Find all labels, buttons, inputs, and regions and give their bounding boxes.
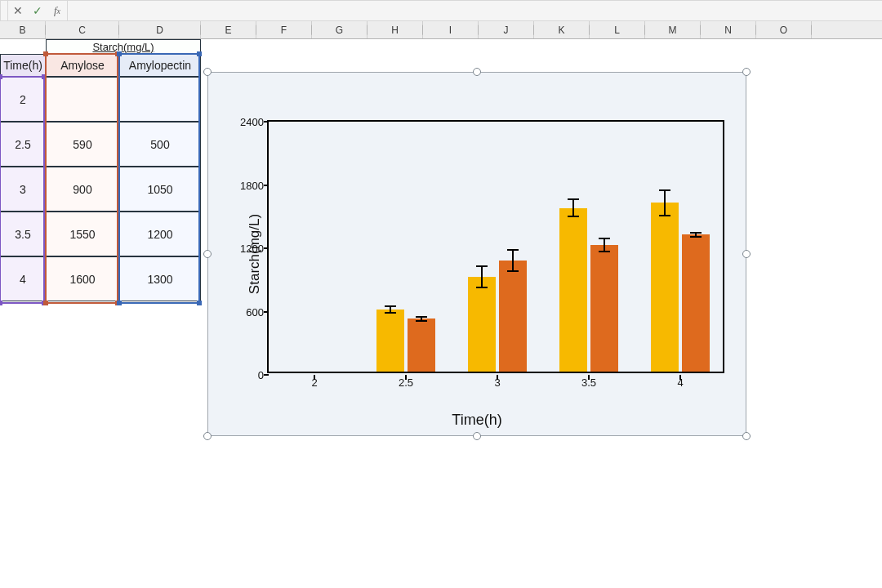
table-row[interactable]: 1600 [46, 256, 119, 301]
table-row[interactable]: 1550 [46, 212, 119, 256]
col-header-N[interactable]: N [701, 21, 756, 38]
table-row[interactable]: 1050 [119, 167, 201, 212]
data-table: Starch(mg/L) Time(h) Amylose Amylopectin… [0, 39, 201, 301]
table-super-header[interactable]: Starch(mg/L) [46, 39, 201, 54]
table-row[interactable]: 3 [0, 167, 46, 212]
chart-bar[interactable] [682, 234, 710, 372]
resize-handle-icon[interactable] [473, 432, 481, 440]
chart-bar[interactable] [590, 245, 618, 372]
table-row[interactable]: 2.5 [0, 122, 46, 167]
resize-handle-icon[interactable] [203, 250, 212, 258]
chart-plot-area[interactable]: 060012001800240022.533.54 [267, 120, 724, 373]
cell-empty[interactable] [0, 39, 46, 54]
col-header-D[interactable]: D [119, 21, 201, 38]
resize-handle-icon[interactable] [742, 68, 751, 76]
col-header-L[interactable]: L [590, 21, 645, 38]
fx-button[interactable]: fx [47, 1, 67, 20]
table-header-amylose[interactable]: Amylose [46, 54, 119, 77]
table-row[interactable]: 2 [0, 77, 46, 122]
col-header-J[interactable]: J [479, 21, 534, 38]
col-header-O[interactable]: O [756, 21, 812, 38]
table-row[interactable]: 4 [0, 256, 46, 301]
col-header-E[interactable]: E [201, 21, 256, 38]
chart-error-bar [695, 233, 697, 237]
chart-x-axis-label: Time(h) [452, 412, 501, 429]
col-header-B[interactable]: B [0, 21, 46, 38]
resize-handle-icon[interactable] [742, 432, 751, 440]
column-headers: B C D E F G H I J K L M N O [0, 21, 882, 39]
col-header-C[interactable]: C [46, 21, 119, 38]
chart-error-bar [421, 317, 422, 321]
col-header-H[interactable]: H [368, 21, 423, 38]
chart-bar[interactable] [376, 310, 404, 372]
table-row[interactable]: 590 [46, 122, 119, 167]
resize-handle-icon[interactable] [473, 68, 481, 76]
col-header-K[interactable]: K [534, 21, 590, 38]
table-header-time[interactable]: Time(h) [0, 54, 46, 77]
resize-handle-icon[interactable] [203, 432, 212, 440]
chart-bar[interactable] [559, 208, 587, 372]
chart-object[interactable]: Starch(mg/L) Time(h) Amylose Amylopectin… [207, 72, 746, 436]
table-row[interactable] [46, 77, 119, 122]
formula-input[interactable] [67, 1, 882, 20]
table-header-amylopectin[interactable]: Amylopectin [119, 54, 201, 77]
accept-formula-button[interactable]: ✓ [28, 1, 47, 20]
chart-error-bar [512, 250, 514, 271]
col-header-G[interactable]: G [312, 21, 368, 38]
formula-bar: ✕ ✓ fx [0, 0, 882, 21]
chart-error-bar [664, 190, 666, 216]
chart-bar[interactable] [651, 203, 679, 372]
resize-handle-icon[interactable] [742, 250, 751, 258]
chart-error-bar [481, 266, 483, 287]
chart-bar[interactable] [499, 261, 527, 372]
table-row[interactable]: 1300 [119, 256, 201, 301]
resize-handle-icon[interactable] [203, 68, 212, 76]
table-row[interactable] [119, 77, 201, 122]
chart-bar[interactable] [408, 318, 435, 372]
table-row[interactable]: 900 [46, 167, 119, 212]
col-header-I[interactable]: I [423, 21, 479, 38]
cancel-formula-button[interactable]: ✕ [8, 1, 28, 20]
table-row[interactable]: 500 [119, 122, 201, 167]
chart-error-bar [390, 306, 391, 313]
table-row[interactable]: 3.5 [0, 212, 46, 256]
worksheet-area[interactable]: Starch(mg/L) Time(h) Amylose Amylopectin… [0, 39, 882, 588]
chart-error-bar [572, 199, 574, 216]
chart-error-bar [604, 238, 605, 252]
col-header-F[interactable]: F [256, 21, 312, 38]
col-header-M[interactable]: M [645, 21, 701, 38]
table-row[interactable]: 1200 [119, 212, 201, 256]
chart-bar[interactable] [468, 277, 496, 372]
